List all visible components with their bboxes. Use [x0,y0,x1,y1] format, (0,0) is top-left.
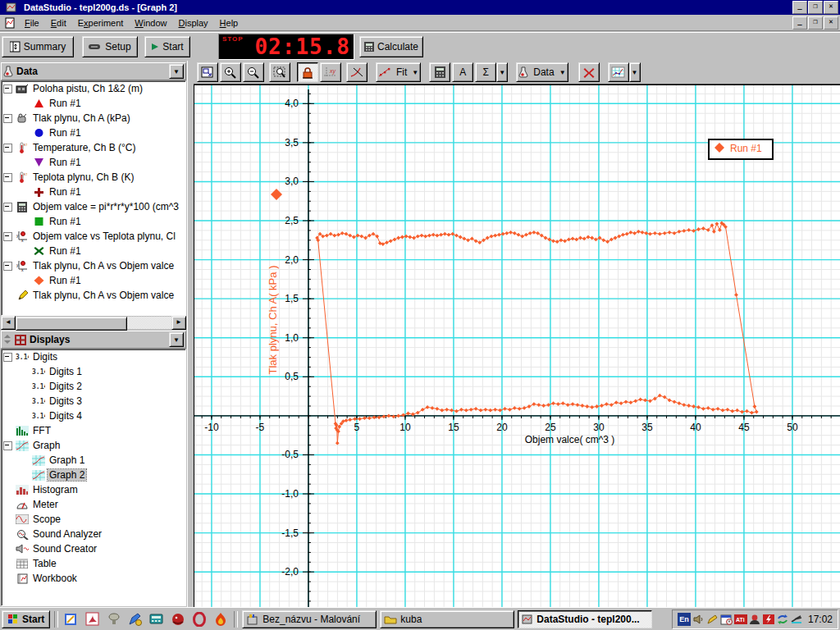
collapse-icon[interactable] [3,353,12,362]
display-item-meter[interactable]: Meter [2,497,185,512]
statistics-button[interactable]: Σ [475,62,496,82]
display-item-fft[interactable]: FFT [2,423,185,438]
doc-restore-button[interactable]: ❐ [808,16,823,30]
data-tree-hscrollbar[interactable]: ◄ ► [1,317,186,329]
flame-icon[interactable] [212,610,230,628]
settings-button-dropdown[interactable]: ▼ [629,62,641,82]
collapse-icon[interactable] [3,441,12,450]
calculator-button[interactable] [429,62,450,82]
display-item-digits-3[interactable]: 3.14Digits 3 [2,394,185,409]
scheduler-icon[interactable] [720,613,733,626]
plot-canvas[interactable]: -10-551015202530354045504,03,53,02,52,01… [194,84,840,607]
language-indicator[interactable]: En [678,613,691,626]
task-button-bez_názvu[interactable]: Bez_názvu - Malování [242,610,377,628]
display-item-digits-4[interactable]: 3.14Digits 4 [2,409,185,423]
agent-icon[interactable] [748,613,761,626]
summary-button[interactable]: Summary [2,36,74,57]
slope-tool-button[interactable] [346,62,368,82]
collapse-icon[interactable] [3,232,12,241]
collapse-icon[interactable] [3,114,12,123]
data-run-item[interactable]: Run #1 [2,185,185,199]
display-item-histogram[interactable]: Histogram [2,482,185,497]
data-run-item[interactable]: Run #1 [2,155,185,170]
start-menu-button[interactable]: Start [2,610,50,628]
settings-button[interactable] [608,62,629,82]
close-button[interactable]: ✕ [824,1,838,14]
zoom-out-button[interactable] [243,62,264,82]
scroll-right-icon[interactable]: ► [171,316,186,330]
menu-experiment[interactable]: Experiment [72,16,130,30]
displays-dropdown-button[interactable]: ▼ [169,332,184,347]
setup-button[interactable]: Setup [82,36,138,57]
legend[interactable]: Run #1 [709,139,773,159]
menu-help[interactable]: Help [214,16,244,30]
data-item[interactable]: KTDTemperature, Ch B (°C) [2,140,185,155]
paint-tools-icon[interactable] [126,610,144,628]
data-run-item[interactable]: Run #1 [2,214,185,229]
data-item[interactable]: yxTlak plynu, Ch A vs Objem valce [2,258,185,273]
opera-icon[interactable] [190,610,208,628]
display-item-graph[interactable]: Graph [2,438,185,453]
data-item[interactable]: yxObjem valce vs Teplota plynu, Cl [2,229,185,244]
delete-button[interactable] [578,62,600,82]
sync-icon[interactable] [776,613,789,626]
modem-icon[interactable] [790,613,803,626]
restore-button[interactable]: ❐ [808,1,823,14]
display-item-scope[interactable]: Scope [2,512,185,527]
xy-tool-button[interactable]: xy [320,62,341,82]
data-run-item[interactable]: Run #1 [2,126,185,140]
displays-panel-header[interactable]: Displays ▼ [1,331,186,349]
stylus-icon[interactable] [706,613,719,626]
power-icon[interactable] [762,613,775,626]
data-item[interactable]: Poloha pistu, Ch 1&2 (m) [2,81,185,96]
display-item-table[interactable]: Table [2,556,185,571]
menu-edit[interactable]: Edit [45,16,72,30]
task-button-kuba[interactable]: kuba [380,610,514,628]
display-item-sound-creator[interactable]: Sound Creator [2,541,185,556]
collapse-icon[interactable] [3,262,12,271]
display-item-digits-1[interactable]: 3.14Digits 1 [2,364,185,379]
data-run-item[interactable]: Run #1 [2,96,185,111]
display-item-workbook[interactable]: Workbook [2,571,185,586]
collapse-icon[interactable] [3,173,12,182]
display-item-graph-2[interactable]: Graph 2 [2,468,185,482]
start-button[interactable]: Start [144,36,190,57]
display-item-graph-1[interactable]: Graph 1 [2,453,185,468]
display-item-sound-analyzer[interactable]: Sound Analyzer [2,527,185,541]
smart-tool-button[interactable] [297,62,318,82]
zoom-in-button[interactable] [220,62,241,82]
scroll-thumb[interactable] [16,317,127,331]
lamp-icon[interactable] [105,610,123,628]
menu-display[interactable]: Display [173,16,214,30]
menu-window[interactable]: Window [129,16,172,30]
data-dropdown-button[interactable]: ▼ [169,64,184,79]
zoom-select-button[interactable] [269,62,290,82]
data-panel-header[interactable]: Data ▼ [1,62,186,80]
collapse-icon[interactable] [3,84,12,94]
data-item[interactable]: KTDTeplota plynu, Ch B (K) [2,170,185,185]
data-item[interactable]: Tlak plynu, Ch A vs Objem valce [2,288,185,303]
menu-file[interactable]: File [19,16,45,30]
data-item[interactable]: Tlak plynu, Ch A (kPa) [2,111,185,126]
ati-icon[interactable]: ATi [734,613,747,626]
scroll-left-icon[interactable]: ◄ [1,316,16,330]
graph-document-icon[interactable] [3,17,16,29]
collapse-icon[interactable] [3,203,12,212]
dragon-icon[interactable] [169,610,187,628]
statistics-button-dropdown[interactable]: ▼ [496,62,508,82]
data-run-item[interactable]: Run #1 [2,273,185,288]
collapse-icon[interactable] [3,144,12,153]
task-button-datastudio[interactable]: DataStudio - tepl200... [518,610,652,628]
minimize-button[interactable]: _ [792,1,807,14]
display-item-digits[interactable]: 3.14Digits [2,349,185,364]
display-item-digits-2[interactable]: 3.14Digits 2 [2,379,185,394]
speaker-icon[interactable] [692,613,705,626]
calculator-icon[interactable] [148,610,166,628]
data-item[interactable]: Objem valce = pi*r*r*y*100 (cm^3 [2,199,185,214]
notes-icon[interactable] [62,610,80,628]
data-run-item[interactable]: Run #1 [2,244,185,258]
doc-minimize-button[interactable]: _ [792,16,807,30]
acrobat-icon[interactable] [84,610,102,628]
graph-display[interactable]: -10-551015202530354045504,03,53,02,52,01… [194,84,840,607]
scale-to-fit-button[interactable] [197,62,218,82]
